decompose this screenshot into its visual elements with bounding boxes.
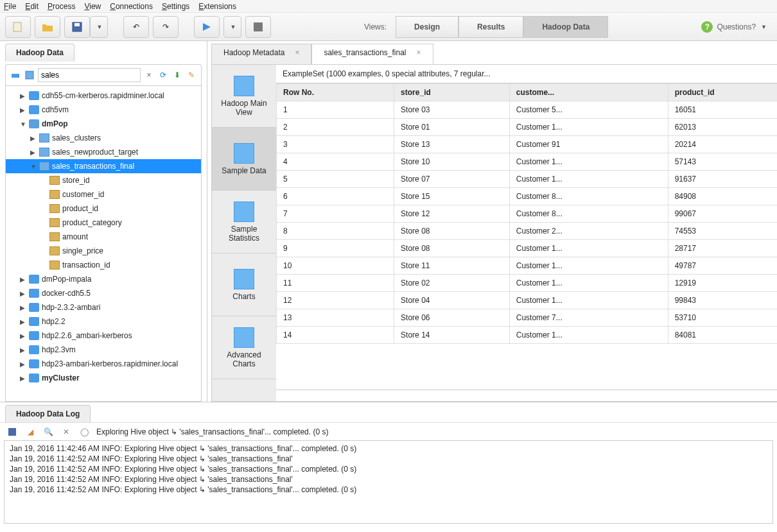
log-panel-title[interactable]: Hadoop Data Log xyxy=(5,405,91,422)
table-cell[interactable]: Store 03 xyxy=(394,101,510,119)
tree-tbl-sales-newproduct-target[interactable]: ▶sales_newproduct_target xyxy=(6,145,201,159)
tree-server-docker-cdh5-5[interactable]: ▶docker-cdh5.5 xyxy=(6,286,201,300)
tree-tbl-sales-transactions-final[interactable]: ▼sales_transactions_final xyxy=(6,159,201,173)
new-button[interactable] xyxy=(5,16,31,38)
view-tab-design[interactable]: Design xyxy=(396,16,458,38)
menu-edit[interactable]: Edit xyxy=(25,2,39,11)
table-cell[interactable]: Store 07 xyxy=(394,171,510,188)
log-clear-icon[interactable]: ◢ xyxy=(24,426,36,438)
view-sample-statistics[interactable]: Sample Statistics xyxy=(212,191,276,253)
view-charts[interactable]: Charts xyxy=(212,253,276,316)
table-cell[interactable]: Customer 1... xyxy=(509,275,668,292)
table-cell[interactable]: 91637 xyxy=(668,171,777,188)
tree-server-hdp-2-3-2-ambari[interactable]: ▶hdp-2.3.2-ambari xyxy=(6,300,201,314)
tree-server-hdp2-2[interactable]: ▶hdp2.2 xyxy=(6,314,201,329)
table-cell[interactable]: 13 xyxy=(277,309,394,327)
table-cell[interactable]: Customer 1... xyxy=(509,292,668,309)
log-body[interactable]: Jan 19, 2016 11:42:46 AM INFO: Exploring… xyxy=(4,440,773,524)
table-cell[interactable]: Store 13 xyxy=(394,136,510,153)
column-header[interactable]: custome... xyxy=(509,84,668,101)
edit-icon[interactable]: ✎ xyxy=(186,69,197,81)
table-row[interactable]: 12Store 04Customer 1...99843Electronics2… xyxy=(277,292,778,309)
view-advanced-charts[interactable]: Advanced Charts xyxy=(212,316,276,379)
stop-button[interactable] xyxy=(245,16,271,38)
table-cell[interactable]: 49787 xyxy=(668,257,777,275)
tree-col-store-id[interactable]: store_id xyxy=(6,173,201,187)
data-grid[interactable]: Row No.store_idcustome...product_idprodu… xyxy=(276,83,777,390)
search-input[interactable] xyxy=(38,68,141,82)
table-cell[interactable]: Customer 1... xyxy=(509,153,668,171)
table-cell[interactable]: 9 xyxy=(277,240,394,257)
menubar[interactable]: FileEditProcessViewConnectionsSettingsEx… xyxy=(0,0,777,13)
clear-search-icon[interactable]: × xyxy=(143,69,155,81)
refresh-icon[interactable]: ⟳ xyxy=(157,69,169,81)
tree-col-single-price[interactable]: single_price xyxy=(6,244,201,258)
import-icon[interactable]: ⬇ xyxy=(171,69,183,81)
table-cell[interactable]: 62013 xyxy=(668,119,777,136)
menu-view[interactable]: View xyxy=(84,2,101,11)
menu-process[interactable]: Process xyxy=(48,2,75,11)
log-close-icon[interactable]: ✕ xyxy=(60,426,72,438)
table-row[interactable]: 9Store 08Customer 1...28717Home/Gard...8… xyxy=(277,240,778,257)
table-row[interactable]: 10Store 11Customer 1...49787Sports118.95… xyxy=(277,257,778,275)
table-cell[interactable]: 6 xyxy=(277,188,394,205)
table-cell[interactable]: Customer 1... xyxy=(509,119,668,136)
menu-connections[interactable]: Connections xyxy=(110,2,153,11)
view-tab-results[interactable]: Results xyxy=(458,16,523,38)
table-cell[interactable]: Customer 1... xyxy=(509,171,668,188)
table-cell[interactable]: Store 11 xyxy=(394,257,510,275)
tab-hadoop-metadata[interactable]: Hadoop Metadata× xyxy=(211,44,311,64)
table-cell[interactable]: 99843 xyxy=(668,292,777,309)
table-cell[interactable]: 2 xyxy=(277,119,394,136)
close-icon[interactable]: × xyxy=(295,48,299,57)
table-row[interactable]: 5Store 07Customer 1...91637Books436.052 xyxy=(277,171,778,188)
table-row[interactable]: 13Store 06Customer 7...53710Sports689.21… xyxy=(277,309,778,327)
menu-file[interactable]: File xyxy=(4,2,16,11)
table-cell[interactable]: Store 06 xyxy=(394,309,510,327)
table-cell[interactable]: Customer 1... xyxy=(509,240,668,257)
tree-col-product-id[interactable]: product_id xyxy=(6,202,201,216)
table-cell[interactable]: Store 14 xyxy=(394,327,510,344)
table-cell[interactable]: 7 xyxy=(277,205,394,223)
table-cell[interactable]: 99067 xyxy=(668,205,777,223)
horizontal-scrollbar[interactable] xyxy=(276,390,777,401)
table-cell[interactable]: 4 xyxy=(277,153,394,171)
table-cell[interactable]: 57143 xyxy=(668,153,777,171)
table-row[interactable]: 11Store 02Customer 1...12919Health589.33… xyxy=(277,275,778,292)
view-tab-hadoop-data[interactable]: Hadoop Data xyxy=(523,16,608,38)
table-cell[interactable]: Store 10 xyxy=(394,153,510,171)
view-hadoop-main-view[interactable]: Hadoop Main View xyxy=(212,65,276,128)
table-cell[interactable]: Customer 5... xyxy=(509,101,668,119)
table-row[interactable]: 1Store 03Customer 5...16051Health690.490 xyxy=(277,101,778,119)
table-cell[interactable]: Store 15 xyxy=(394,188,510,205)
tree-server-dmpop-impala[interactable]: ▶dmPop-impala xyxy=(6,272,201,286)
table-row[interactable]: 14Store 14Customer 1...84081Health421.75… xyxy=(277,327,778,344)
tree-server-hdp2-3vm[interactable]: ▶hdp2.3vm xyxy=(6,343,201,357)
table-cell[interactable]: Store 01 xyxy=(394,119,510,136)
table-row[interactable]: 6Store 15Customer 8...84908Health358.162 xyxy=(277,188,778,205)
table-cell[interactable]: Customer 8... xyxy=(509,188,668,205)
tree-col-customer-id[interactable]: customer_id xyxy=(6,187,201,202)
menu-settings[interactable]: Settings xyxy=(162,2,189,11)
column-header[interactable]: product_id xyxy=(668,84,777,101)
table-cell[interactable]: 16051 xyxy=(668,101,777,119)
table-cell[interactable]: 12 xyxy=(277,292,394,309)
tree-server-hdp2-2-6-ambari-kerberos[interactable]: ▶hdp2.2.6_ambari-kerberos xyxy=(6,329,201,343)
table-cell[interactable]: 20214 xyxy=(668,136,777,153)
table-cell[interactable]: Customer 91 xyxy=(509,136,668,153)
table-cell[interactable]: 84081 xyxy=(668,327,777,344)
connections-tree[interactable]: ▶cdh55-cm-kerberos.rapidminer.local▶cdh5… xyxy=(5,86,202,402)
tree-server-cdh5vm[interactable]: ▶cdh5vm xyxy=(6,103,201,117)
tree-connection-icon[interactable] xyxy=(10,69,21,81)
run-button[interactable] xyxy=(194,16,220,38)
table-row[interactable]: 3Store 13Customer 9120214Sports989.027 xyxy=(277,136,778,153)
column-header[interactable]: store_id xyxy=(394,84,510,101)
close-icon[interactable]: × xyxy=(417,48,421,57)
log-search-icon[interactable]: 🔍 xyxy=(42,426,54,438)
tree-col-transaction-id[interactable]: transaction_id xyxy=(6,258,201,272)
log-save-icon[interactable] xyxy=(6,426,18,438)
table-cell[interactable]: 10 xyxy=(277,257,394,275)
table-cell[interactable]: 14 xyxy=(277,327,394,344)
table-cell[interactable]: 84908 xyxy=(668,188,777,205)
tab-sales-transactions-final[interactable]: sales_transactions_final× xyxy=(311,44,433,64)
